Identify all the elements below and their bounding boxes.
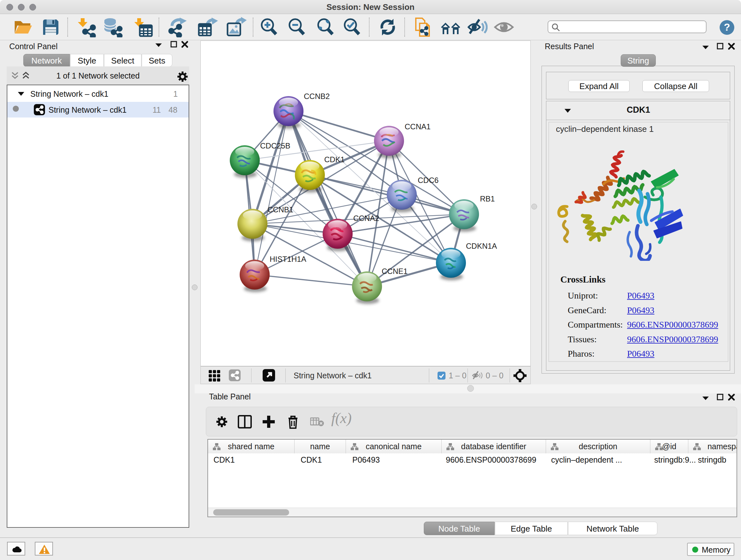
svg-text:HIST1H1A: HIST1H1A: [270, 255, 307, 263]
svg-text:RB1: RB1: [480, 194, 495, 203]
svg-text:CCNA1: CCNA1: [405, 122, 430, 131]
svg-text:CCNE1: CCNE1: [382, 267, 408, 275]
svg-text:CCNA2: CCNA2: [353, 214, 379, 223]
svg-text:?: ?: [724, 21, 730, 33]
svg-text:CCNB1: CCNB1: [267, 205, 293, 214]
svg-text:CCNB2: CCNB2: [304, 92, 330, 101]
svg-text:CDK1: CDK1: [324, 155, 345, 164]
svg-text:CDC25B: CDC25B: [260, 141, 290, 150]
svg-text:CDC6: CDC6: [418, 176, 439, 185]
svg-text:CDKN1A: CDKN1A: [466, 242, 497, 250]
